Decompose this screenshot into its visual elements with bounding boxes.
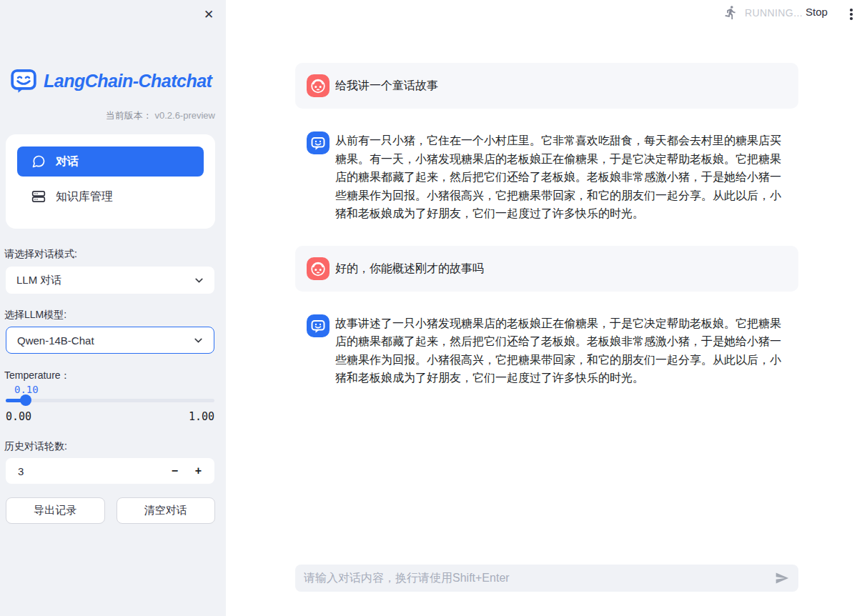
message-text: 故事讲述了一只小猪发现糖果店的老板娘正在偷糖果，于是它决定帮助老板娘。它把糖果店… bbox=[335, 314, 787, 387]
llm-model-label: 选择LLM模型: bbox=[4, 309, 66, 322]
server-stack-icon bbox=[31, 189, 46, 204]
increment-button[interactable]: + bbox=[187, 460, 210, 482]
message-text: 好的，你能概述刚才的故事吗 bbox=[335, 262, 787, 276]
app-title: LangChain-Chatchat bbox=[44, 71, 212, 91]
decrement-button[interactable]: − bbox=[163, 460, 187, 482]
slider-min-label: 0.00 bbox=[6, 410, 31, 423]
nav-menu-card: 对话 知识库管理 bbox=[6, 134, 215, 229]
temperature-value: 0.10 bbox=[14, 384, 39, 395]
slider-thumb[interactable] bbox=[20, 394, 31, 406]
send-button[interactable] bbox=[773, 569, 791, 587]
stop-button[interactable]: Stop bbox=[806, 6, 828, 18]
user-avatar-icon bbox=[307, 74, 330, 97]
slider-max-label: 1.00 bbox=[189, 410, 214, 423]
version-value: v0.2.6-preview bbox=[154, 110, 215, 121]
chevron-down-icon bbox=[193, 274, 205, 287]
overflow-menu-icon[interactable] bbox=[846, 7, 857, 21]
slider-range-labels: 0.00 1.00 bbox=[6, 410, 214, 423]
nav-item-knowledge-base[interactable]: 知识库管理 bbox=[17, 182, 204, 212]
app-logo: LangChain-Chatchat bbox=[9, 66, 212, 95]
version-info: 当前版本： v0.2.6-preview bbox=[106, 109, 215, 122]
nav-item-label: 知识库管理 bbox=[56, 189, 113, 204]
logo-chat-bubble-icon bbox=[9, 66, 38, 95]
minus-icon: − bbox=[172, 465, 178, 477]
nav-item-dialogue[interactable]: 对话 bbox=[17, 146, 204, 177]
send-arrow-icon bbox=[775, 571, 789, 585]
chat-bubble-icon bbox=[31, 154, 46, 169]
temperature-label: Temperature： bbox=[4, 369, 71, 382]
user-message: 给我讲一个童话故事 bbox=[295, 63, 798, 109]
llm-model-value: Qwen-14B-Chat bbox=[17, 334, 94, 347]
history-rounds-value: 3 bbox=[18, 465, 163, 477]
export-records-button[interactable]: 导出记录 bbox=[6, 497, 105, 524]
sidebar-action-buttons: 导出记录 清空对话 bbox=[6, 497, 215, 524]
message-text: 从前有一只小猪，它住在一个小村庄里。它非常喜欢吃甜食，每天都会去村里的糖果店买糖… bbox=[335, 131, 787, 223]
temperature-slider[interactable] bbox=[6, 399, 214, 402]
plus-icon: + bbox=[195, 465, 202, 477]
user-message: 好的，你能概述刚才的故事吗 bbox=[295, 246, 798, 292]
assistant-avatar-icon bbox=[307, 314, 330, 337]
running-man-icon bbox=[723, 5, 738, 20]
sidebar: ✕ LangChain-Chatchat 当前版本： v0.2.6-previe… bbox=[0, 0, 226, 616]
dialogue-mode-label: 请选择对话模式: bbox=[4, 248, 77, 261]
running-status-text: RUNNING... bbox=[745, 7, 803, 19]
message-text: 给我讲一个童话故事 bbox=[335, 79, 787, 93]
assistant-message: 从前有一只小猪，它住在一个小村庄里。它非常喜欢吃甜食，每天都会去村里的糖果店买糖… bbox=[295, 126, 798, 229]
history-rounds-label: 历史对话轮数: bbox=[4, 440, 67, 453]
chevron-down-icon bbox=[192, 334, 204, 347]
history-rounds-input[interactable]: 3 − + bbox=[6, 458, 214, 484]
llm-model-select[interactable]: Qwen-14B-Chat bbox=[6, 327, 214, 354]
sidebar-close-button[interactable]: ✕ bbox=[200, 6, 217, 23]
version-label: 当前版本： bbox=[106, 110, 152, 121]
assistant-message: 故事讲述了一只小猪发现糖果店的老板娘正在偷糖果，于是它决定帮助老板娘。它把糖果店… bbox=[295, 309, 798, 393]
user-avatar-icon bbox=[307, 257, 330, 280]
chat-input[interactable] bbox=[295, 565, 773, 592]
dialogue-mode-select[interactable]: LLM 对话 bbox=[6, 267, 214, 294]
assistant-avatar-icon bbox=[307, 131, 330, 154]
close-icon: ✕ bbox=[204, 7, 214, 22]
clear-dialogue-button[interactable]: 清空对话 bbox=[117, 497, 216, 524]
running-status: RUNNING... bbox=[723, 5, 803, 20]
nav-item-label: 对话 bbox=[56, 154, 79, 169]
dialogue-mode-value: LLM 对话 bbox=[16, 274, 61, 287]
chat-input-bar bbox=[295, 565, 798, 592]
chat-message-list: 给我讲一个童话故事 从前有一只小猪，它住在一个小村庄里。它非常喜欢吃甜食，每天都… bbox=[295, 63, 798, 410]
